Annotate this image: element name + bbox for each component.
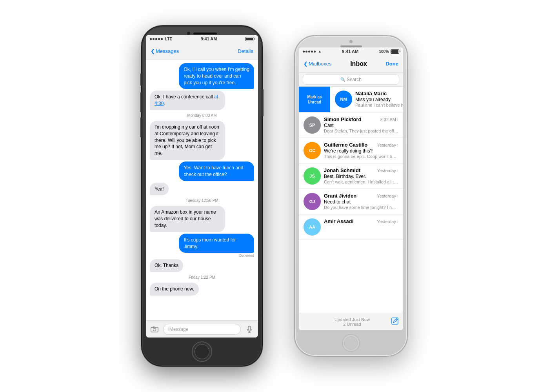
- message-item: Ok. Thanks: [150, 259, 183, 272]
- signal-dots: [150, 38, 163, 40]
- message-item: Yea!: [150, 183, 169, 196]
- email-subject-3: We're really doing this?: [324, 148, 398, 154]
- done-button[interactable]: Done: [385, 61, 398, 67]
- signal-dot-2: [153, 38, 155, 40]
- microphone-button[interactable]: [244, 324, 255, 335]
- email-time-5: Yesterday ›: [377, 193, 398, 199]
- volume-up-button[interactable]: [140, 92, 142, 113]
- email-preview-1: Paul and I can't believe how quickly the…: [355, 103, 403, 107]
- mute-button[interactable]: [140, 73, 142, 86]
- signal-dot-3: [155, 38, 157, 40]
- email-item-4[interactable]: JS Jonah Schmidt Yesterday › Best. Birth…: [299, 163, 403, 189]
- back-label: Messages: [156, 48, 179, 54]
- battery-icon: [391, 49, 399, 54]
- search-input[interactable]: 🔍 Search: [303, 74, 399, 85]
- chevron-icon-6: ›: [397, 219, 398, 224]
- mark-unread-label: Mark asUnread: [307, 94, 322, 105]
- chevron-icon-3: ›: [397, 142, 398, 148]
- home-button-inner: [195, 344, 209, 359]
- input-placeholder: iMessage: [168, 327, 188, 332]
- email-content-5: Grant Jividen Yesterday › Need to chat D…: [324, 193, 398, 210]
- email-subject-2: Cast: [324, 123, 398, 128]
- unread-count-label: 2 Unread: [313, 322, 391, 327]
- message-item: Ok. I have a conference call at 4:30.: [150, 91, 225, 110]
- wifi-icon: ▲: [318, 49, 322, 53]
- sender-name-6: Amir Assadi: [324, 218, 353, 224]
- email-item-1[interactable]: NM Natalia Maric 9:15 AM › Miss you alre…: [330, 87, 403, 112]
- chevron-icon-4: ›: [397, 168, 398, 173]
- email-item-6[interactable]: AA Amir Assadi Yesterday ›: [299, 214, 403, 240]
- time-label-2: 8:32 AM: [380, 117, 396, 122]
- message-item: On the phone now.: [150, 283, 199, 296]
- updated-label: Updated Just Now: [313, 317, 391, 322]
- email-content-4: Jonah Schmidt Yesterday › Best. Birthday…: [324, 167, 398, 185]
- messages-list: Ok, I'll call you when I'm getting ready…: [146, 60, 258, 320]
- signal-dot-3: [308, 51, 310, 53]
- home-button-inner: [344, 336, 358, 350]
- message-timestamp: Monday 8:00 AM: [187, 113, 216, 118]
- phone-top-hardware: [295, 36, 407, 47]
- home-button[interactable]: [192, 341, 212, 362]
- signal-dot-4: [158, 38, 160, 40]
- sender-avatar-1: NM: [335, 91, 352, 108]
- sender-name-1: Natalia Maric: [355, 91, 387, 96]
- time-label-5: Yesterday: [377, 194, 396, 198]
- message-text: Ok. Thanks: [155, 263, 178, 268]
- clock-time: 9:41 AM: [201, 36, 217, 41]
- status-bar: LTE 9:41 AM: [146, 35, 258, 43]
- message-text: Ok. I have a conference call at 4:30.: [155, 94, 218, 106]
- message-text: Yea!: [155, 186, 164, 192]
- mark-unread-action[interactable]: Mark asUnread: [299, 87, 330, 112]
- sender-avatar-6: AA: [304, 218, 321, 236]
- email-content-1: Natalia Maric 9:15 AM › Miss you already…: [355, 91, 403, 108]
- email-content-6: Amir Assadi Yesterday ›: [324, 218, 398, 236]
- mail-nav-bar: ❮ Mailboxes Inbox Done: [299, 55, 403, 73]
- battery-fill: [246, 38, 253, 40]
- email-item-2[interactable]: SP Simon Pickford 8:32 AM › Cast Dear St…: [299, 113, 403, 138]
- email-preview-3: This is gonna be epic. Coop won't believ…: [324, 154, 398, 159]
- front-camera: [187, 32, 190, 35]
- mail-item-swipeable[interactable]: Mark asUnread NM Natalia Maric 9:15 AM ›…: [299, 87, 403, 113]
- imessage-input[interactable]: iMessage: [163, 324, 241, 335]
- battery-area: [245, 37, 254, 41]
- link-time[interactable]: at 4:30: [155, 94, 218, 106]
- details-button[interactable]: Details: [238, 48, 253, 54]
- email-preview-4: Can't wait, gentlemen. I installed all t…: [324, 180, 398, 184]
- footer-text: Updated Just Now 2 Unread: [313, 317, 391, 327]
- message-text: Yes. Want to have lunch and check out th…: [184, 165, 243, 177]
- back-chevron-icon: ❮: [304, 61, 308, 67]
- volume-down-button[interactable]: [140, 117, 142, 138]
- battery-area: 100%: [379, 49, 399, 54]
- phone-top-hardware: [142, 26, 262, 35]
- mailboxes-back-button[interactable]: ❮ Mailboxes: [304, 61, 332, 67]
- carrier-label: LTE: [165, 37, 172, 41]
- power-button[interactable]: [262, 89, 264, 116]
- email-item-3[interactable]: GC Guillermo Castillo Yesterday › We're …: [299, 138, 403, 163]
- camera-button[interactable]: [149, 324, 160, 335]
- iphone-dark: LTE 9:41 AM ❮ Messages Details Ok, I'll …: [141, 25, 263, 367]
- email-preview-2: Dear Stefan, They just posted the offici…: [324, 129, 398, 133]
- iphone-light: ▲ 9:41 AM 100% ❮ Mailboxes Inbox Done 🔍: [294, 35, 408, 357]
- message-text: An Amazon box in your name was delivered…: [155, 209, 216, 228]
- message-item: An Amazon box in your name was delivered…: [150, 206, 225, 232]
- email-header-6: Amir Assadi Yesterday ›: [324, 218, 398, 224]
- email-item-5[interactable]: GJ Grant Jividen Yesterday › Need to cha…: [299, 189, 403, 214]
- back-chevron-icon: ❮: [151, 48, 155, 54]
- message-item: It's cups mom wanted for Jimmy.: [179, 234, 254, 253]
- message-text: It's cups mom wanted for Jimmy.: [184, 237, 236, 249]
- email-subject-1: Miss you already: [355, 97, 403, 102]
- message-timestamp: Tuesday 12:50 PM: [185, 198, 218, 203]
- compose-button[interactable]: [391, 318, 398, 326]
- earpiece-speaker: [193, 33, 217, 34]
- message-item: I'm dropping my car off at noon at Conte…: [150, 121, 225, 160]
- battery-fill: [391, 50, 398, 53]
- signal-dot-2: [305, 51, 307, 53]
- time-label-4: Yesterday: [377, 168, 396, 173]
- back-button[interactable]: ❮ Messages: [151, 48, 179, 54]
- email-subject-5: Need to chat: [324, 199, 398, 205]
- home-button[interactable]: [342, 334, 360, 352]
- inbox-title: Inbox: [350, 60, 367, 67]
- email-header-5: Grant Jividen Yesterday ›: [324, 193, 398, 199]
- email-content-2: Simon Pickford 8:32 AM › Cast Dear Stefa…: [324, 116, 398, 134]
- messages-screen: LTE 9:41 AM ❮ Messages Details Ok, I'll …: [146, 35, 258, 338]
